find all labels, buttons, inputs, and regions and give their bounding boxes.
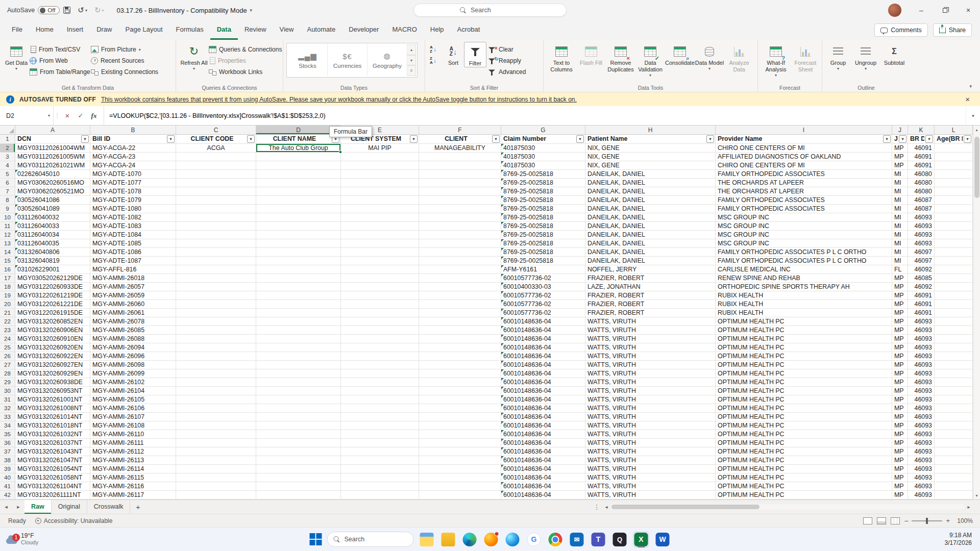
cell-L26[interactable] (935, 352, 973, 361)
row-header-26[interactable]: 26 (0, 352, 15, 361)
cell-K8[interactable]: 46087 (908, 196, 935, 205)
cell-D15[interactable] (256, 257, 341, 265)
cell-G24[interactable]: 60010148636-04 (501, 335, 585, 343)
cell-K20[interactable]: 46091 (908, 300, 935, 309)
cell-A18[interactable]: MGY031220260933DE (15, 283, 90, 291)
cell-A12[interactable]: 031126040034 (15, 231, 90, 239)
cell-I1[interactable]: Provider Name▾ (716, 135, 892, 144)
cell-E40[interactable] (341, 473, 419, 482)
cell-G7[interactable]: 8769-25-0025818 (501, 187, 585, 196)
cell-L16[interactable] (935, 265, 973, 274)
row-header-17[interactable]: 17 (0, 274, 15, 283)
cell-I26[interactable]: OPTIMUM HEALTH PC (716, 352, 892, 361)
existing-connections-button[interactable]: Existing Connections (91, 66, 173, 78)
cell-I39[interactable]: OPTIMUM HEALTH PC (716, 465, 892, 473)
cell-E3[interactable] (341, 153, 419, 161)
cell-J21[interactable]: MP (892, 309, 908, 317)
page-layout-view-button[interactable] (877, 517, 886, 524)
gallery-up-button[interactable]: ▴ (407, 44, 416, 55)
cell-F26[interactable] (419, 352, 501, 361)
cell-E12[interactable] (341, 231, 419, 239)
cell-K6[interactable]: 46080 (908, 179, 935, 187)
row-header-4[interactable]: 4 (0, 161, 15, 170)
cell-D3[interactable] (256, 153, 341, 161)
cell-L14[interactable] (935, 248, 973, 257)
cell-H15[interactable]: DANEILAK, DANIEL (585, 257, 716, 265)
cell-L25[interactable] (935, 343, 973, 352)
cell-G6[interactable]: 8769-25-0025818 (501, 179, 585, 187)
cell-K2[interactable]: 46091 (908, 144, 935, 153)
cell-H1[interactable]: Patient Name▾ (585, 135, 716, 144)
cell-G40[interactable]: 60010148636-04 (501, 473, 585, 482)
cell-K7[interactable]: 46080 (908, 187, 935, 196)
cell-K36[interactable]: 46093 (908, 439, 935, 447)
cell-F8[interactable] (419, 196, 501, 205)
cell-H22[interactable]: WATTS, VIRUTH (585, 317, 716, 326)
cell-E9[interactable] (341, 205, 419, 213)
cell-I29[interactable]: OPTIMUM HEALTH PC (716, 378, 892, 387)
cell-H7[interactable]: DANEILAK, DANIEL (585, 187, 716, 196)
cell-G8[interactable]: 8769-25-0025818 (501, 196, 585, 205)
cell-A11[interactable]: 031126040033 (15, 222, 90, 231)
row-header-18[interactable]: 18 (0, 283, 15, 291)
window-title[interactable]: 03.17.26 - BillInventory - Compatibility… (117, 7, 253, 14)
cell-B10[interactable]: MGY-ADTE-1082 (90, 213, 176, 222)
undo-button[interactable]: ↺▾ (74, 3, 91, 18)
cell-B9[interactable]: MGY-ADTE-1080 (90, 205, 176, 213)
cell-H6[interactable]: DANEILAK, DANIEL (585, 179, 716, 187)
cell-B37[interactable]: MGY-AMMI-26112 (90, 447, 176, 456)
cell-J20[interactable]: MP (892, 300, 908, 309)
cell-D22[interactable] (256, 317, 341, 326)
cell-F24[interactable] (419, 335, 501, 343)
cell-C10[interactable] (176, 213, 256, 222)
cell-J6[interactable]: MI (892, 179, 908, 187)
cell-F37[interactable] (419, 447, 501, 456)
cell-C20[interactable] (176, 300, 256, 309)
cell-D8[interactable] (256, 196, 341, 205)
cell-D41[interactable] (256, 482, 341, 491)
sheet-tab-original[interactable]: Original (52, 500, 87, 514)
cell-E18[interactable] (341, 283, 419, 291)
cell-E30[interactable] (341, 387, 419, 395)
cell-C24[interactable] (176, 335, 256, 343)
row-header-31[interactable]: 31 (0, 395, 15, 404)
cell-J1[interactable]: Ju▾ (892, 135, 908, 144)
cell-J16[interactable]: FL (892, 265, 908, 274)
zoom-level[interactable]: 100% (954, 517, 973, 524)
cell-I37[interactable]: OPTIMUM HEALTH PC (716, 447, 892, 456)
filter-button-A[interactable]: ▾ (81, 135, 89, 143)
cell-I3[interactable]: AFFILIATED DIAGNOSTICS OF OAKLAND (716, 153, 892, 161)
row-header-20[interactable]: 20 (0, 300, 15, 309)
cell-J2[interactable]: MP (892, 144, 908, 153)
cell-H39[interactable]: WATTS, VIRUTH (585, 465, 716, 473)
recent-sources-button[interactable]: Recent Sources (91, 55, 173, 66)
cell-C31[interactable] (176, 395, 256, 404)
cell-K38[interactable]: 46093 (908, 456, 935, 465)
cell-B26[interactable]: MGY-AMMI-26096 (90, 352, 176, 361)
cell-D26[interactable] (256, 352, 341, 361)
cell-D42[interactable] (256, 491, 341, 499)
save-button[interactable] (60, 3, 74, 18)
cell-A9[interactable]: 030526041089 (15, 205, 90, 213)
cell-L24[interactable] (935, 335, 973, 343)
cell-I30[interactable]: OPTIMUM HEALTH PC (716, 387, 892, 395)
cell-J34[interactable]: MP (892, 421, 908, 430)
cell-J17[interactable]: MP (892, 274, 908, 283)
cell-A26[interactable]: MGY031320260922EN (15, 352, 90, 361)
geography-tile[interactable]: ◍Geography (368, 44, 407, 76)
filter-button-I[interactable]: ▾ (883, 135, 891, 143)
cell-C36[interactable] (176, 439, 256, 447)
row-header-37[interactable]: 37 (0, 447, 15, 456)
cell-E37[interactable] (341, 447, 419, 456)
cell-B16[interactable]: MGY-AFFL-816 (90, 265, 176, 274)
cell-G30[interactable]: 60010148636-04 (501, 387, 585, 395)
cell-C17[interactable] (176, 274, 256, 283)
cell-C15[interactable] (176, 257, 256, 265)
cell-I25[interactable]: OPTIMUM HEALTH PC (716, 343, 892, 352)
cell-C25[interactable] (176, 343, 256, 352)
cell-L1[interactable]: Age(BR D:▾ (935, 135, 973, 144)
cell-L22[interactable] (935, 317, 973, 326)
cell-G33[interactable]: 60010148636-04 (501, 413, 585, 421)
cell-K29[interactable]: 46093 (908, 378, 935, 387)
cell-K27[interactable]: 46093 (908, 361, 935, 369)
